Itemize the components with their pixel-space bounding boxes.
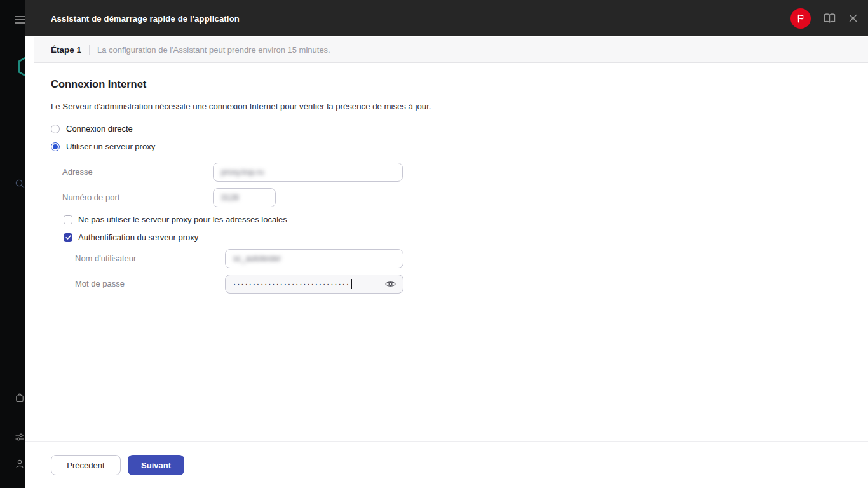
account-person-icon[interactable] (15, 459, 25, 469)
page-title: Connexion Internet (51, 78, 146, 90)
page-description: Le Serveur d'administration nécessite un… (51, 102, 431, 111)
radio-label[interactable]: Connexion directe (66, 124, 133, 133)
marketplace-bag-icon[interactable] (15, 393, 25, 403)
text-caret (351, 279, 353, 289)
password-input[interactable]: ······························ (225, 274, 403, 294)
radio-icon-selected[interactable] (51, 142, 60, 151)
address-label: Adresse (62, 167, 93, 177)
settings-sliders-icon[interactable] (15, 432, 25, 442)
port-input[interactable]: 3128 (213, 188, 276, 207)
show-password-eye-icon[interactable] (384, 278, 397, 290)
previous-button[interactable]: Précédent (51, 455, 121, 475)
checkbox-icon-unchecked[interactable] (64, 215, 72, 224)
username-input[interactable]: sc_autotester (225, 249, 403, 268)
radio-use-proxy[interactable]: Utiliser un serveur proxy (51, 142, 155, 151)
checkbox-proxy-auth[interactable]: Authentification du serveur proxy (64, 233, 198, 242)
step-bar-divider (89, 45, 90, 55)
footer-divider (25, 441, 868, 442)
whats-new-flag-icon[interactable] (790, 8, 811, 29)
checkbox-icon-checked[interactable] (64, 233, 72, 242)
port-value: 3128 (221, 193, 239, 202)
radio-icon[interactable] (51, 125, 60, 133)
step-description: La configuration de l'Assistant peut pre… (97, 45, 330, 55)
wizard-title: Assistant de démarrage rapide de l'appli… (51, 13, 240, 23)
close-icon[interactable] (848, 13, 858, 23)
checkbox-label[interactable]: Authentification du serveur proxy (78, 233, 198, 242)
username-label: Nom d'utilisateur (75, 254, 136, 263)
menu-icon[interactable] (15, 16, 25, 24)
step-label: Étape 1 (51, 45, 81, 55)
help-book-icon[interactable] (823, 13, 836, 24)
search-icon[interactable] (15, 179, 25, 189)
sidebar-divider (14, 424, 25, 424)
port-label: Numéro de port (62, 193, 119, 202)
radio-label[interactable]: Utiliser un serveur proxy (66, 142, 155, 151)
kaspersky-logo-icon (17, 55, 25, 79)
address-input[interactable]: proxy.ksp.ru (213, 163, 403, 182)
wizard-header: Assistant de démarrage rapide de l'appli… (25, 0, 868, 36)
next-button[interactable]: Suivant (128, 455, 184, 475)
header-actions (790, 0, 858, 36)
radio-direct-connection[interactable]: Connexion directe (51, 124, 133, 133)
password-masked-value: ······························ (233, 279, 350, 288)
wizard-panel: Étape 1 La configuration de l'Assistant … (25, 36, 868, 488)
step-bar: Étape 1 La configuration de l'Assistant … (34, 37, 868, 63)
password-label: Mot de passe (75, 279, 125, 288)
address-value: proxy.ksp.ru (221, 168, 264, 177)
checkbox-bypass-local[interactable]: Ne pas utiliser le serveur proxy pour le… (64, 215, 287, 224)
app-sidebar (0, 0, 25, 488)
username-value: sc_autotester (233, 254, 281, 263)
checkbox-label[interactable]: Ne pas utiliser le serveur proxy pour le… (78, 215, 287, 224)
